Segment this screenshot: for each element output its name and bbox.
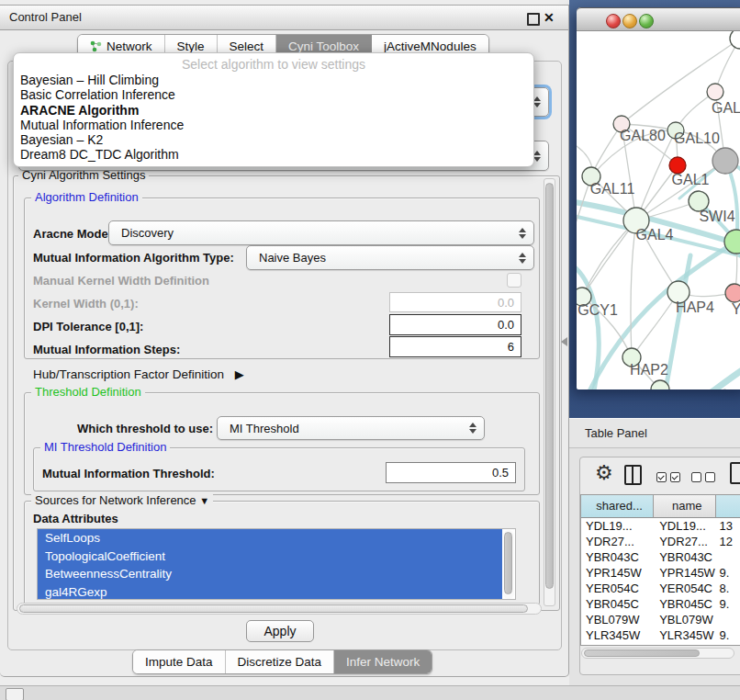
tab-discretize-data[interactable]: Discretize Data [226,650,335,673]
network-node[interactable] [712,148,738,174]
float-window-button[interactable] [527,13,540,26]
deselect-all-checkboxes-icon[interactable] [691,469,719,486]
table-cell: 9. [716,596,740,612]
settings-vertical-scrollbar[interactable] [544,178,555,606]
network-node-gal[interactable] [707,84,723,100]
columns-icon[interactable] [624,465,642,485]
table-cell [716,549,740,565]
table-cell: YBR043C [581,549,654,565]
tab-impute-data[interactable]: Impute Data [133,650,226,673]
column-header-shared-[interactable]: shared... [581,495,654,518]
table-cell: 12 [716,534,740,549]
traffic-light-zoom-icon[interactable] [639,14,654,28]
select-all-checkboxes-icon[interactable] [656,469,684,486]
control-panel-window: Control Panel ✕ NetworkStyleSelectCyni T… [0,5,569,677]
node-label: GAL11 [590,181,635,197]
mi-steps-field[interactable]: 6 [389,336,521,357]
close-icon[interactable]: ✕ [544,9,555,26]
algorithm-option-aracne-algorithm[interactable]: ARACNE Algorithm [14,103,533,118]
threshold-definition-title: Threshold Definition [31,386,145,399]
network-node[interactable] [730,31,740,49]
table-horizontal-scrollbar[interactable] [581,648,734,659]
dpi-tolerance-label: DPI Tolerance [0,1]: [33,320,143,333]
column-header-2[interactable] [716,495,740,518]
attributes-scrollbar-thumb[interactable] [504,532,512,594]
mi-type-value: Naive Bayes [259,251,326,265]
manual-kernel-checkbox[interactable] [507,273,521,288]
table-row[interactable]: YBL079WYBL079W [581,612,740,627]
settings-horizontal-scrollbar[interactable] [17,603,542,615]
algorithm-option-mutual-information-inference[interactable]: Mutual Information Inference [14,118,533,132]
table-cell: YDL19... [581,518,654,534]
mi-threshold-field[interactable]: 0.5 [386,462,516,483]
table-cell: YDR27... [581,534,654,549]
status-strip [0,685,740,700]
which-threshold-value: MI Threshold [230,422,299,435]
table-cell: YLR345W [654,627,715,643]
algorithm-option-bayesian-hill-climbing[interactable]: Bayesian – Hill Climbing [14,73,533,87]
tab-infer-network[interactable]: Infer Network [334,650,432,673]
table-cell: YER054C [654,581,715,596]
data-attributes-list[interactable]: SelfLoopsTopologicalCoefficientBetweenne… [37,528,516,600]
algorithm-option-bayesian-k2[interactable]: Bayesian – K2 [14,132,533,147]
table-row[interactable]: YER054CYER054C8. [581,581,740,596]
table-cell: YIL052C [581,643,654,646]
gear-icon[interactable]: ⚙ [595,463,613,483]
table-row[interactable]: YDR27...YDR27...12 [581,534,740,549]
network-node-y[interactable] [725,284,740,302]
hub-definition-toggle[interactable]: Hub/Transcription Factor Definition ▶ [33,367,244,381]
attribute-item-topologicalcoefficient[interactable]: TopologicalCoefficient [38,548,502,566]
combo-arrows-icon [469,423,477,434]
aracne-mode-value: Discovery [121,226,174,240]
dpi-tolerance-field[interactable]: 0.0 [389,314,521,335]
disclosure-down-icon[interactable]: ▼ [199,495,209,506]
sources-group-title[interactable]: Sources for Network Inference ▼ [31,494,213,507]
splitter-collapse-icon[interactable] [561,337,567,346]
traffic-light-close-icon[interactable] [606,14,621,28]
table-row[interactable]: YPR145WYPR145W9. [581,565,740,581]
tab-label: Infer Network [346,655,420,669]
kernel-width-field[interactable]: 0.0 [389,292,521,312]
apply-button[interactable]: Apply [246,620,314,642]
aracne-mode-combobox[interactable]: Discovery [108,220,534,245]
attribute-item-gal4rgexp[interactable]: gal4RGexp [38,583,502,601]
algorithm-option-basic-correlation-inference[interactable]: Basic Correlation Inference [14,87,533,102]
combo-arrows-icon [519,228,526,239]
table-cell: 9. [716,627,740,643]
table-row[interactable]: YBR043CYBR043C [581,549,740,565]
network-canvas[interactable]: GALGAL80GAL10GAL1GAL11SWI4GAL4GCY1HAP4YH… [577,31,740,390]
table-row[interactable]: YLR345WYLR345W9. [581,627,740,643]
network-window-titlebar[interactable] [577,7,740,31]
attribute-item-selfloops[interactable]: SelfLoops [38,529,502,548]
which-threshold-combobox[interactable]: MI Threshold [217,416,485,440]
sources-title-label: Sources for Network Inference [35,493,196,507]
document-icon[interactable] [730,462,740,484]
column-header-name[interactable]: name [654,495,715,518]
node-label: GAL4 [636,227,674,243]
tab-label: Impute Data [145,655,213,669]
table-horizontal-scrollbar-thumb[interactable] [584,649,700,657]
traffic-light-minimize-icon[interactable] [622,14,637,28]
table-cell: YPR145W [581,565,654,581]
mi-type-combobox[interactable]: Naive Bayes [246,245,534,270]
table-cell: 13 [716,518,740,534]
table-row[interactable]: YIL052CYIL052C9 [581,643,740,646]
attribute-item-betweennesscentrality[interactable]: BetweennessCentrality [38,565,502,583]
table-row[interactable]: YBR045CYBR045C9. [581,596,740,612]
network-edge [577,263,599,390]
table-cell: YLR345W [581,627,654,643]
tab-label: jActiveMNodules [384,40,477,53]
control-panel-titlebar[interactable] [0,6,568,30]
algorithm-option-dream8-dc-tdc-algorithm[interactable]: Dream8 DC_TDC Algorithm [14,147,533,162]
attributes-scrollbar[interactable] [503,530,514,599]
panel-title: Control Panel [9,6,82,29]
disclosure-right-icon[interactable]: ▶ [235,367,244,381]
data-attributes-label: Data Attributes [33,512,118,525]
table-row[interactable]: YDL19...YDL19...13 [581,518,740,534]
table-cell [716,612,740,627]
bottom-left-mini-button[interactable] [6,688,24,700]
settings-horizontal-scrollbar-thumb[interactable] [19,604,528,613]
hub-definition-label: Hub/Transcription Factor Definition [33,367,224,381]
settings-vertical-scrollbar-thumb[interactable] [545,183,554,589]
mi-threshold-label: Mutual Information Threshold: [42,467,215,480]
